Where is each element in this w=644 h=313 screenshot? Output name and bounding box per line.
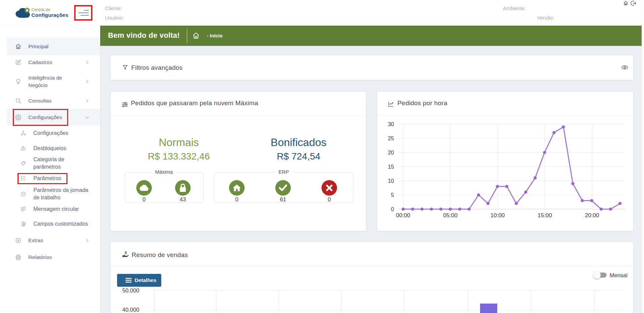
svg-text:5: 5 [391,192,394,198]
svg-text:05:00: 05:00 [443,212,458,219]
svg-text:30: 30 [388,121,394,127]
svg-text:25: 25 [388,135,394,141]
svg-text:40.000: 40.000 [122,307,139,313]
svg-text:15:00: 15:00 [538,212,552,219]
svg-text:15: 15 [388,164,394,170]
svg-text:20:00: 20:00 [585,212,599,219]
svg-text:10:00: 10:00 [491,212,505,219]
svg-text:10: 10 [388,178,394,184]
svg-text:20: 20 [388,149,394,155]
svg-text:50.000: 50.000 [122,287,139,293]
svg-text:0: 0 [391,206,394,212]
svg-text:00:00: 00:00 [396,212,411,219]
